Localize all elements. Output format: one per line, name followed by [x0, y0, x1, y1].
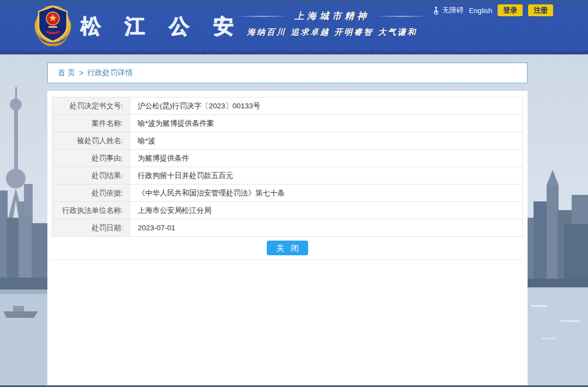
penalty-detail-panel: 处罚决定书文号: 沪公松(昆)行罚决字〔2023〕00133号 案件名称: 喻*…: [47, 91, 528, 385]
login-button[interactable]: 登录: [498, 4, 523, 16]
table-row: 处罚事由: 为赌博提供条件: [52, 150, 523, 167]
row-value: 喻*波: [130, 132, 523, 150]
row-label: 处罚日期:: [52, 219, 130, 237]
row-value: 2023-07-01: [130, 219, 523, 237]
row-label: 行政执法单位名称:: [52, 202, 130, 219]
accessibility-label: 无障碍: [442, 5, 463, 15]
breadcrumb: 首 页 > 行政处罚详情: [47, 63, 528, 83]
penalty-detail-table: 处罚决定书文号: 沪公松(昆)行罚决字〔2023〕00133号 案件名称: 喻*…: [52, 97, 523, 237]
close-button[interactable]: 关 闭: [267, 241, 308, 255]
table-row: 处罚依据: 《中华人民共和国治安管理处罚法》第七十条: [52, 185, 523, 202]
table-row: 处罚日期: 2023-07-01: [52, 219, 523, 237]
accessibility-toggle[interactable]: 无障碍: [433, 5, 463, 15]
row-label: 处罚依据:: [52, 185, 130, 202]
site-title: 松 江 公 安: [81, 13, 243, 40]
motto-title: 上海城市精神: [295, 10, 370, 22]
language-switch[interactable]: English: [469, 7, 492, 15]
breadcrumb-separator: >: [79, 69, 83, 77]
table-row: 处罚结果: 行政拘留十日并处罚款五百元: [52, 167, 523, 185]
motto-subtitle: 海纳百川 追求卓越 开明睿智 大气谦和: [229, 27, 436, 38]
table-row: 行政执法单位名称: 上海市公安局松江分局: [52, 202, 523, 219]
table-row: 案件名称: 喻*波为赌博提供条件案: [52, 115, 523, 132]
motto-divider-right: [376, 16, 428, 17]
wheelchair-icon: [433, 7, 440, 15]
row-value: 《中华人民共和国治安管理处罚法》第七十条: [130, 185, 523, 202]
row-value: 行政拘留十日并处罚款五百元: [130, 167, 523, 185]
row-label: 案件名称:: [52, 115, 130, 132]
city-motto: 上海城市精神 海纳百川 追求卓越 开明睿智 大气谦和: [229, 10, 436, 38]
table-row: 处罚决定书文号: 沪公松(昆)行罚决字〔2023〕00133号: [52, 97, 523, 115]
header-pattern-strip: [0, 51, 588, 54]
row-label: 处罚事由:: [52, 150, 130, 167]
motto-divider-left: [236, 16, 288, 17]
breadcrumb-home-link[interactable]: 首 页: [58, 68, 75, 78]
row-value: 上海市公安局松江分局: [130, 202, 523, 219]
row-label: 处罚结果:: [52, 167, 130, 185]
actions-row: 关 闭: [52, 237, 523, 260]
row-value: 沪公松(昆)行罚决字〔2023〕00133号: [130, 97, 523, 115]
breadcrumb-current: 行政处罚详情: [87, 68, 133, 78]
row-label: 被处罚人姓名:: [52, 132, 130, 150]
penalty-detail-page: { "header": { "site_title": "松 江 公 安", "…: [0, 0, 588, 387]
row-value: 为赌博提供条件: [130, 150, 523, 167]
row-label: 处罚决定书文号:: [52, 97, 130, 115]
row-value: 喻*波为赌博提供条件案: [130, 115, 523, 132]
header-utility-bar: 无障碍 English 登录 注册: [433, 4, 553, 16]
police-badge-icon[interactable]: [30, 2, 76, 48]
site-header: 松 江 公 安 上海城市精神 海纳百川 追求卓越 开明睿智 大气谦和 无障碍 E…: [0, 0, 588, 51]
table-row: 被处罚人姓名: 喻*波: [52, 132, 523, 150]
register-button[interactable]: 注册: [528, 4, 553, 16]
